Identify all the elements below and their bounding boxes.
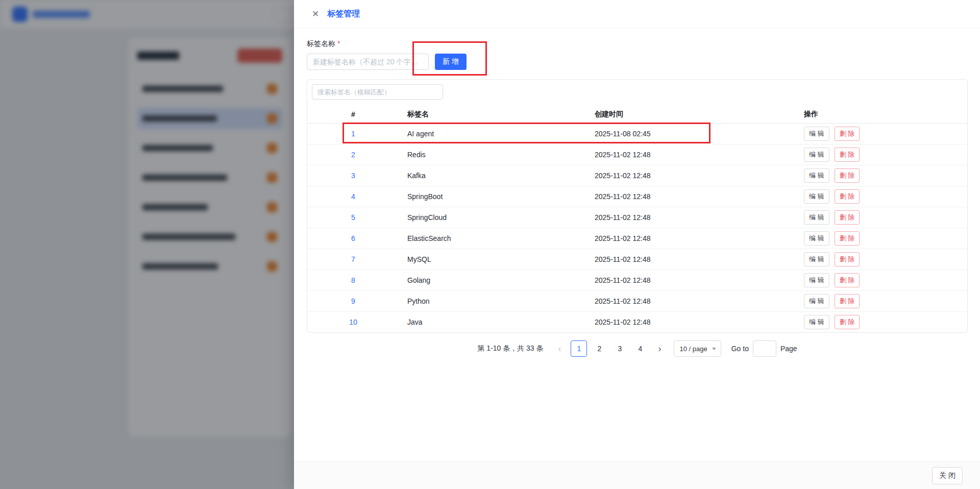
- tag-management-drawer: ✕ 标签管理 标签名称* 新 增 # 标签名 创建时间: [294, 0, 980, 489]
- row-index: 8: [307, 270, 399, 290]
- page-size-select[interactable]: 10 / page: [674, 340, 721, 357]
- created-time-cell: 2025-11-02 12:48: [586, 270, 796, 290]
- table-row: 7 MySQL 2025-11-02 12:48 编 辑删 除: [307, 249, 967, 270]
- goto-label: Go to: [731, 345, 749, 353]
- chevron-down-icon: [712, 348, 716, 350]
- tag-name-cell: ElasticSearch: [399, 228, 586, 249]
- edit-button[interactable]: 编 辑: [804, 189, 829, 204]
- drawer-title: 标签管理: [327, 9, 360, 19]
- table-header-row: # 标签名 创建时间 操作: [307, 106, 967, 123]
- edit-button[interactable]: 编 辑: [804, 168, 829, 183]
- table-row: 5 SpringCloud 2025-11-02 12:48 编 辑删 除: [307, 207, 967, 228]
- tag-name-cell: SpringBoot: [399, 186, 586, 207]
- goto-page-input[interactable]: [753, 340, 776, 357]
- delete-button[interactable]: 删 除: [835, 273, 860, 287]
- page-size-value: 10 / page: [679, 345, 707, 353]
- tag-name-label: 标签名称*: [307, 39, 968, 48]
- pagination: 第 1-10 条，共 33 条 ‹ 1 2 3 4 › 10 / page Go…: [307, 340, 968, 357]
- tag-name-cell: Python: [399, 290, 586, 311]
- tag-name-label-text: 标签名称: [307, 39, 335, 47]
- tag-name-cell: SpringCloud: [399, 207, 586, 228]
- row-index: 3: [307, 165, 399, 186]
- created-time-cell: 2025-11-02 12:48: [586, 186, 796, 207]
- tag-name-cell: Kafka: [399, 165, 586, 186]
- row-index: 9: [307, 290, 399, 311]
- table-row: 6 ElasticSearch 2025-11-02 12:48 编 辑删 除: [307, 228, 967, 249]
- table-row: 3 Kafka 2025-11-02 12:48 编 辑删 除: [307, 165, 967, 186]
- table-row: 8 Golang 2025-11-02 12:48 编 辑删 除: [307, 270, 967, 290]
- created-time-cell: 2025-11-02 12:48: [586, 165, 796, 186]
- edit-button[interactable]: 编 辑: [804, 148, 829, 162]
- next-page-icon[interactable]: ›: [652, 340, 667, 357]
- tag-name-cell: Redis: [399, 144, 586, 165]
- add-tag-button[interactable]: 新 增: [435, 54, 467, 70]
- row-index: 6: [307, 228, 399, 249]
- row-index: 1: [307, 123, 399, 144]
- row-index: 4: [307, 186, 399, 207]
- required-asterisk: *: [337, 39, 340, 47]
- created-time-cell: 2025-11-02 12:48: [586, 144, 796, 165]
- page-label: Page: [780, 345, 797, 353]
- row-index: 5: [307, 207, 399, 228]
- page-button-1[interactable]: 1: [571, 340, 587, 357]
- table-row: 9 Python 2025-11-02 12:48 编 辑删 除: [307, 290, 967, 311]
- table-row: 1 AI agent 2025-11-08 02:45 编 辑删 除: [307, 123, 967, 144]
- edit-button[interactable]: 编 辑: [804, 231, 829, 246]
- page-button-4[interactable]: 4: [632, 340, 648, 357]
- tag-table-card: # 标签名 创建时间 操作 1 AI agent 2025-11-08 02:4…: [307, 79, 968, 333]
- delete-button[interactable]: 删 除: [835, 210, 860, 225]
- edit-button[interactable]: 编 辑: [804, 273, 829, 287]
- close-icon[interactable]: ✕: [312, 10, 319, 18]
- column-header-name: 标签名: [399, 106, 586, 123]
- delete-button[interactable]: 删 除: [835, 315, 860, 329]
- created-time-cell: 2025-11-02 12:48: [586, 290, 796, 311]
- tag-name-cell: Java: [399, 311, 586, 332]
- row-index: 10: [307, 311, 399, 332]
- edit-button[interactable]: 编 辑: [804, 127, 829, 141]
- new-tag-input[interactable]: [307, 54, 429, 70]
- edit-button[interactable]: 编 辑: [804, 252, 829, 266]
- edit-button[interactable]: 编 辑: [804, 294, 829, 308]
- tag-table: # 标签名 创建时间 操作 1 AI agent 2025-11-08 02:4…: [307, 106, 967, 332]
- created-time-cell: 2025-11-02 12:48: [586, 207, 796, 228]
- page-button-3[interactable]: 3: [611, 340, 628, 357]
- drawer-footer: 关 闭: [294, 461, 980, 489]
- prev-page-icon[interactable]: ‹: [552, 340, 567, 357]
- created-time-cell: 2025-11-08 02:45: [586, 123, 796, 144]
- pagination-total: 第 1-10 条，共 33 条: [477, 344, 543, 353]
- delete-button[interactable]: 删 除: [835, 189, 860, 204]
- delete-button[interactable]: 删 除: [835, 231, 860, 246]
- table-row: 10 Java 2025-11-02 12:48 编 辑删 除: [307, 311, 967, 332]
- tag-name-cell: Golang: [399, 270, 586, 290]
- delete-button[interactable]: 删 除: [835, 252, 860, 266]
- table-row: 2 Redis 2025-11-02 12:48 编 辑删 除: [307, 144, 967, 165]
- delete-button[interactable]: 删 除: [835, 148, 860, 162]
- drawer-body: 标签名称* 新 增 # 标签名 创建时间 操作: [294, 28, 980, 461]
- tag-name-cell: AI agent: [399, 123, 586, 144]
- screen: ✕ 标签管理 标签名称* 新 增 # 标签名 创建时间: [0, 0, 980, 489]
- tag-name-cell: MySQL: [399, 249, 586, 270]
- delete-button[interactable]: 删 除: [835, 168, 860, 183]
- delete-button[interactable]: 删 除: [835, 294, 860, 308]
- page-button-2[interactable]: 2: [591, 340, 607, 357]
- table-row: 4 SpringBoot 2025-11-02 12:48 编 辑删 除: [307, 186, 967, 207]
- search-tag-input[interactable]: [312, 84, 443, 100]
- column-header-actions: 操作: [796, 106, 967, 123]
- created-time-cell: 2025-11-02 12:48: [586, 249, 796, 270]
- column-header-index: #: [307, 106, 399, 123]
- drawer-header: ✕ 标签管理: [294, 0, 980, 28]
- edit-button[interactable]: 编 辑: [804, 210, 829, 225]
- created-time-cell: 2025-11-02 12:48: [586, 228, 796, 249]
- close-drawer-button[interactable]: 关 闭: [932, 467, 963, 484]
- column-header-created: 创建时间: [586, 106, 796, 123]
- row-index: 2: [307, 144, 399, 165]
- row-index: 7: [307, 249, 399, 270]
- created-time-cell: 2025-11-02 12:48: [586, 311, 796, 332]
- delete-button[interactable]: 删 除: [835, 127, 860, 141]
- edit-button[interactable]: 编 辑: [804, 315, 829, 329]
